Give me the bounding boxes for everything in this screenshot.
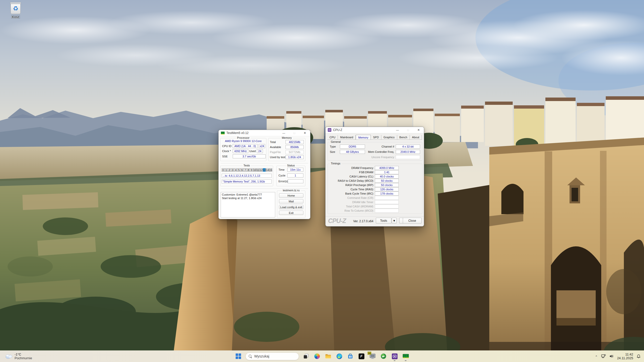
tab-strip-underline: [327, 140, 422, 140]
tools-dropdown-button[interactable]: ▼: [392, 218, 397, 223]
memory-group-legend: Memory: [281, 136, 293, 139]
test-number-button[interactable]: 0: [222, 168, 225, 172]
green-globe-button[interactable]: [378, 351, 389, 361]
edge-button[interactable]: [334, 351, 345, 361]
tools-button[interactable]: Tools: [376, 218, 391, 223]
cpuz-app-icon: [328, 128, 331, 132]
test-number-button[interactable]: 11: [257, 168, 260, 172]
test-number-button[interactable]: 5: [237, 168, 240, 172]
tray-time: 11:42: [617, 352, 633, 356]
ram-stick-icon: [221, 131, 225, 135]
recycle-bin-label: Kosz: [11, 15, 20, 19]
cpuz-tab[interactable]: Memory: [356, 135, 371, 140]
processor-group-legend: Processor: [236, 136, 251, 139]
test-number-button[interactable]: 6: [241, 168, 244, 172]
close-dialog-button[interactable]: Close: [403, 218, 422, 223]
memory-total-label: Total: [270, 140, 276, 144]
test-number-button[interactable]: 2: [228, 168, 231, 172]
home-button[interactable]: Home: [279, 193, 303, 198]
speaker-icon: [609, 354, 614, 358]
notifications-button[interactable]: [635, 351, 642, 361]
task-view-button[interactable]: [301, 351, 311, 361]
timing-label: FSB:DRAM: [329, 171, 375, 174]
test-number-button[interactable]: 4: [234, 168, 237, 172]
test-number-button[interactable]: 12: [260, 168, 263, 172]
minimize-button[interactable]: —: [392, 127, 403, 133]
test-number-button[interactable]: 1: [225, 168, 228, 172]
copilot-button[interactable]: [312, 351, 323, 361]
current-test-line: "Simple Memory Test", 256, 1.5Gb: [222, 179, 272, 184]
weather-condition: Pochmurnie: [15, 356, 32, 360]
search-input[interactable]: Wyszukaj: [246, 352, 299, 360]
testmem5-titlebar[interactable]: TestMem5 v0.12 — □ ✕: [219, 130, 310, 136]
test-number-button[interactable]: 3: [231, 168, 234, 172]
file-explorer-button[interactable]: [323, 351, 334, 361]
timing-field: 178 clocks: [375, 192, 399, 196]
recycle-bin-icon: ♻: [11, 3, 21, 14]
test-number-button[interactable]: 13: [263, 168, 266, 172]
channel-field: 4 x 32-bit: [396, 145, 420, 149]
recycle-bin-shortcut[interactable]: ♻ Kosz: [6, 3, 25, 19]
cpuz-tab[interactable]: Graphics: [381, 135, 397, 140]
testmem5-window-title: TestMem5 v0.12: [226, 131, 278, 135]
used-label: Used: [249, 149, 256, 153]
channel-label: Channel #: [365, 145, 396, 149]
test-number-button[interactable]: 9: [250, 168, 253, 172]
cpuz-tab[interactable]: Bench: [397, 135, 410, 140]
close-button[interactable]: ✕: [300, 130, 310, 136]
test-number-button[interactable]: 10: [253, 168, 256, 172]
cpuz-tab[interactable]: CPU: [327, 135, 338, 140]
store-icon: [348, 353, 353, 359]
microsoft-store-button[interactable]: [345, 351, 356, 361]
exit-button[interactable]: Exit: [279, 211, 303, 215]
clock-widget[interactable]: 11:42 24.11.2025: [616, 352, 634, 360]
test-number-button[interactable]: 15: [269, 168, 272, 172]
mem-controller-freq-field: 2049.0 MHz: [396, 150, 420, 154]
bell-icon: [636, 354, 641, 358]
network-button[interactable]: [600, 351, 607, 361]
cycle-label: Cycle: [278, 173, 286, 177]
timing-label: RAS# to CAS# Delay (tRCD): [329, 179, 375, 182]
test-number-button[interactable]: 7: [244, 168, 247, 172]
minimize-button[interactable]: —: [278, 130, 289, 136]
close-button[interactable]: ✕: [413, 127, 424, 133]
type-label: Type: [330, 145, 340, 149]
time-field: 15m 11s: [287, 168, 303, 172]
status-group-legend: Status: [286, 164, 296, 167]
load-config-exit-button[interactable]: Load config & exit: [279, 205, 303, 209]
search-icon: [249, 355, 252, 358]
test-number-button[interactable]: 8: [247, 168, 250, 172]
testmem5-window: TestMem5 v0.12 — □ ✕ Processor AMD Ryzen…: [218, 130, 310, 219]
hw-monitor-button[interactable]: 99: [367, 351, 378, 361]
timing-label: Total CAS# (tRDRAM): [329, 205, 375, 208]
volume-button[interactable]: [608, 351, 615, 361]
general-group: General Type DDR5 Channel # 4 x 32-bit S…: [328, 142, 422, 161]
timing-label: DRAM Frequency: [329, 166, 375, 169]
weather-widget[interactable]: -1°C Pochmurnie: [3, 350, 34, 362]
cycle-field: 1: [287, 173, 303, 177]
cpuz-tab[interactable]: Mainboard: [338, 135, 356, 140]
test-number-button[interactable]: 14: [266, 168, 269, 172]
running-indicator: [394, 360, 395, 361]
sse-speed-field: 3.7 sec/Gb: [233, 154, 266, 158]
cpuz-tab[interactable]: About: [410, 135, 422, 140]
fancontrol-button[interactable]: F: [356, 351, 367, 361]
start-button[interactable]: [233, 351, 244, 361]
timing-field: 40.0 clocks: [375, 174, 399, 178]
maximize-button: □: [403, 127, 413, 133]
sse-label: SSE: [222, 154, 232, 158]
weather-temperature: -1°C: [15, 352, 32, 356]
edge-icon: [336, 353, 342, 359]
cpuz-tab[interactable]: SPD: [371, 135, 381, 140]
mail-button[interactable]: Mail: [279, 199, 303, 203]
timing-field: 4099.0 MHz: [375, 166, 399, 170]
timing-label: Command Rate (CR): [329, 196, 375, 199]
cpuz-titlebar[interactable]: CPU-Z — □ ✕: [326, 127, 424, 133]
tray-overflow-button[interactable]: ⌃: [594, 351, 599, 361]
separator: [221, 163, 308, 164]
errors-label: Error(s): [278, 179, 288, 183]
cpuz-taskbar-button[interactable]: [389, 351, 400, 361]
cpuz-version: Ver. 2.17.0.x64: [353, 219, 373, 223]
tray-date: 24.11.2025: [617, 356, 633, 360]
testmem5-taskbar-button[interactable]: [400, 351, 411, 361]
